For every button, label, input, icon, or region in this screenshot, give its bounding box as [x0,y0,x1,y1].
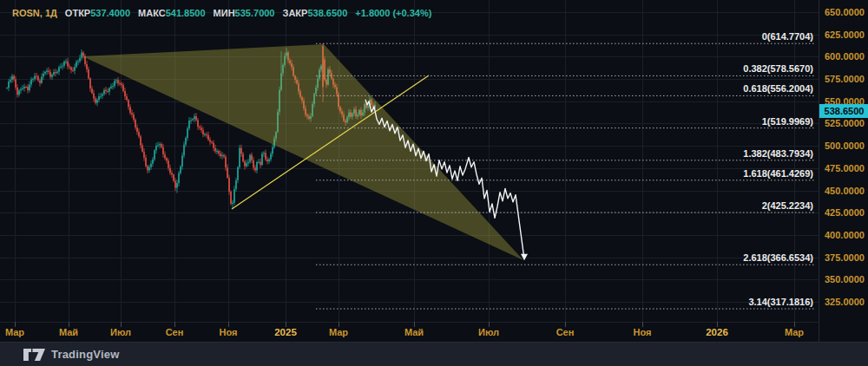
price-axis-label: 475.0000 [825,163,865,173]
current-price-badge: 538.6500 [819,104,868,118]
price-axis-label: 600.0000 [825,51,865,62]
price-axis-label: 425.0000 [825,207,865,218]
fib-level-label: 0.618(556.2004) [743,83,813,94]
time-axis-year-label: 2025 [274,327,297,337]
time-axis-month-label: Июл [110,327,131,337]
time-axis-month-label: Май [404,327,424,337]
time-axis-month-label: Июл [478,327,499,337]
low-label: МИН [214,8,235,18]
fib-level-label: 0(614.7704) [762,31,813,42]
price-axis-label: 500.0000 [825,141,865,151]
time-axis-month-label: Сен [556,327,575,337]
ohlc-legend: ROSN, 1Д ОТКР537.4000 МАКС541.8500 МИН53… [12,8,431,18]
low-pair: МИН535.7000 [214,8,275,18]
time-axis-month-label: Мар [785,327,804,337]
price-axis-label: 575.0000 [825,74,865,84]
price-axis-label: 525.0000 [825,118,865,128]
fib-level-label: 3.14(317.1816) [748,297,813,307]
high-pair: МАКС541.8500 [138,8,206,18]
price-chart-svg [0,0,819,322]
price-axis-label: 375.0000 [825,252,865,263]
close-pair: ЗАКР538.6500 [283,8,348,18]
price-axis[interactable]: 650.0000625.0000600.0000575.0000550.0000… [819,0,868,342]
chart-canvas[interactable] [0,0,819,322]
open-pair: ОТКР537.4000 [65,8,130,18]
change-value: +1.8000 (+0.34%) [355,8,431,18]
time-axis[interactable]: МарМайИюлСенНоя2025МарМайИюлСенНоя2026Ма… [0,322,819,342]
tradingview-logo[interactable]: TradingView [23,348,120,361]
tradingview-chart-window: { "legend": { "symbol": "ROSN, 1Д", "ope… [0,0,868,366]
time-axis-month-label: Сен [166,327,184,337]
close-label: ЗАКР [283,8,308,18]
triangle-pattern-drawing [82,44,523,260]
time-axis-month-label: Ноя [634,327,652,337]
price-axis-label: 350.0000 [825,274,865,284]
high-label: МАКС [138,8,166,18]
price-axis-label: 400.0000 [825,230,865,240]
open-value: 537.4000 [90,8,130,18]
high-value: 541.8500 [166,8,206,18]
price-axis-label: 450.0000 [825,186,865,196]
bottom-bar: TradingView [0,342,868,366]
symbol-title[interactable]: ROSN, 1Д [12,8,57,18]
fib-level-label: 1(519.9969) [762,116,813,127]
price-axis-label: 325.0000 [825,297,865,307]
tradingview-logo-icon [23,349,45,361]
time-axis-month-label: Мар [5,327,24,337]
price-axis-label: 625.0000 [825,29,865,40]
time-axis-month-label: Мар [329,327,348,337]
fib-level-label: 0.382(578.5670) [743,63,813,74]
fib-level-label: 1.382(483.7934) [743,148,813,159]
time-axis-month-label: Ноя [220,327,238,337]
time-axis-month-label: Май [59,327,78,337]
open-label: ОТКР [65,8,90,18]
time-axis-year-label: 2026 [706,327,728,337]
fib-level-label: 1.618(461.4269) [743,168,813,179]
fib-level-label: 2(425.2234) [762,200,813,211]
low-value: 535.7000 [235,8,275,18]
fib-level-label: 2.618(366.6534) [743,252,813,263]
price-axis-label: 650.0000 [825,7,865,17]
tradingview-logo-text: TradingView [51,348,120,361]
close-value: 538.6500 [307,8,347,18]
